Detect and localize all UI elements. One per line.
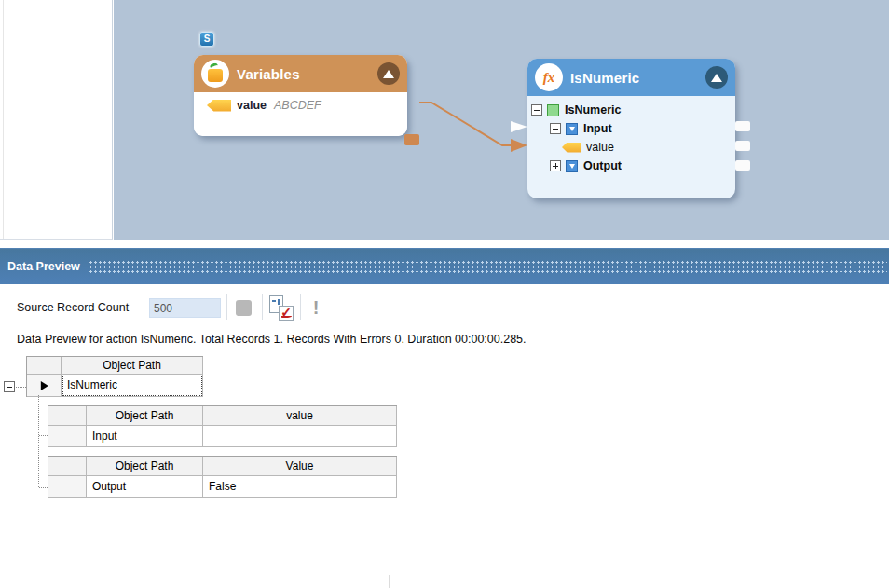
variables-node-title: Variables (237, 66, 300, 82)
errors-button[interactable]: ! (308, 295, 323, 320)
fx-icon: fx (535, 63, 563, 91)
source-record-count-input[interactable] (149, 298, 221, 318)
triangle-up-icon (711, 74, 722, 82)
output-port[interactable] (735, 160, 750, 171)
expander-minus-icon[interactable] (531, 104, 542, 116)
connector-arrow-icon (511, 139, 527, 152)
isnumeric-node-body: IsNumeric Input value Output (527, 96, 735, 175)
table-row[interactable]: Input (48, 426, 397, 447)
row-selector-cell[interactable] (27, 375, 62, 397)
object-path-cell[interactable]: Output (87, 476, 203, 498)
tree-label-isnumeric: IsNumeric (565, 103, 621, 116)
tree-connector (39, 487, 48, 488)
output-port[interactable] (404, 134, 419, 145)
value-cell[interactable] (203, 426, 397, 447)
preview-records-button[interactable]: ✓ (268, 295, 294, 321)
tree-row-output[interactable]: Output (527, 157, 735, 175)
start-badge: S (199, 32, 214, 47)
variables-node-body: value ABCDEF (194, 92, 407, 136)
preview-status-text: Data Preview for action IsNumeric. Total… (17, 333, 527, 346)
variable-row[interactable]: value ABCDEF (207, 98, 321, 113)
toolbar-separator (226, 294, 227, 320)
function-root-icon (547, 104, 559, 116)
expander-minus-icon[interactable] (550, 123, 561, 134)
current-row-marker-icon (41, 381, 48, 390)
isnumeric-node[interactable]: fx IsNumeric IsNumeric Input (527, 59, 735, 198)
workflow-canvas[interactable]: S Variables value ABCDEF (114, 0, 889, 240)
object-path-column-header[interactable]: Object Path (87, 457, 203, 476)
tree-row-value[interactable]: value (527, 138, 735, 157)
tree-connector (38, 395, 39, 487)
root-grid: Object Path IsNumeric (26, 356, 203, 397)
panel-drag-texture (89, 260, 887, 273)
group-node-icon (566, 160, 578, 172)
row-selector-header[interactable] (48, 406, 87, 426)
tree-connector (39, 435, 48, 436)
toolbar-separator (300, 294, 301, 320)
tree-label-input: Input (583, 122, 612, 135)
table-row[interactable]: IsNumeric (27, 375, 203, 397)
table-row[interactable]: Output False (48, 476, 397, 498)
stop-button[interactable] (236, 300, 252, 316)
object-path-column-header[interactable]: Object Path (62, 357, 203, 375)
object-path-cell[interactable]: IsNumeric (62, 375, 203, 397)
left-panel (0, 0, 113, 240)
tree-label-value: value (586, 141, 614, 154)
field-tag-icon (207, 100, 231, 112)
input-anchor-arrow-icon (511, 121, 527, 132)
value-cell[interactable]: False (203, 476, 397, 498)
expander-plus-icon[interactable] (550, 160, 561, 171)
connector-line (419, 103, 512, 145)
group-node-icon (566, 123, 578, 135)
row-selector-cell[interactable] (48, 426, 87, 447)
triangle-up-icon (383, 70, 394, 78)
field-tag-icon (562, 143, 581, 153)
output-port[interactable] (735, 121, 750, 131)
value-column-header[interactable]: value (203, 406, 397, 426)
data-preview-panel-header[interactable]: Data Preview (0, 248, 889, 284)
output-grid: Object Path Value Output False (48, 456, 397, 498)
variables-icon (201, 60, 229, 88)
isnumeric-collapse-button[interactable] (705, 66, 728, 89)
variable-value: ABCDEF (274, 99, 321, 112)
expander-minus-icon[interactable] (4, 381, 15, 392)
toolbar-separator (262, 294, 263, 320)
output-port[interactable] (735, 141, 750, 151)
variable-name: value (237, 99, 267, 112)
value-column-header[interactable]: Value (203, 457, 397, 476)
variables-collapse-button[interactable] (377, 62, 400, 85)
isnumeric-node-header[interactable]: fx IsNumeric (527, 59, 735, 96)
check-icon: ✓ (279, 306, 294, 321)
row-selector-header[interactable] (27, 357, 62, 375)
source-record-count-label: Source Record Count (17, 301, 129, 314)
variables-node-header[interactable]: Variables (194, 55, 407, 92)
tree-connector (16, 387, 26, 388)
variables-node[interactable]: Variables value ABCDEF (194, 55, 407, 136)
object-path-cell[interactable]: Input (87, 426, 203, 447)
panel-edge-line (389, 575, 390, 588)
tree-row-root[interactable]: IsNumeric (527, 101, 735, 119)
panel-title: Data Preview (7, 260, 80, 273)
app-window: S Variables value ABCDEF (0, 0, 889, 588)
row-selector-cell[interactable] (48, 476, 87, 498)
tree-label-output: Output (583, 159, 622, 172)
left-panel-divider (3, 0, 4, 239)
tree-row-input[interactable]: Input (527, 119, 735, 138)
row-selector-header[interactable] (48, 457, 87, 476)
isnumeric-node-title: IsNumeric (570, 70, 639, 86)
input-grid: Object Path value Input (48, 405, 397, 447)
object-path-column-header[interactable]: Object Path (87, 406, 203, 426)
